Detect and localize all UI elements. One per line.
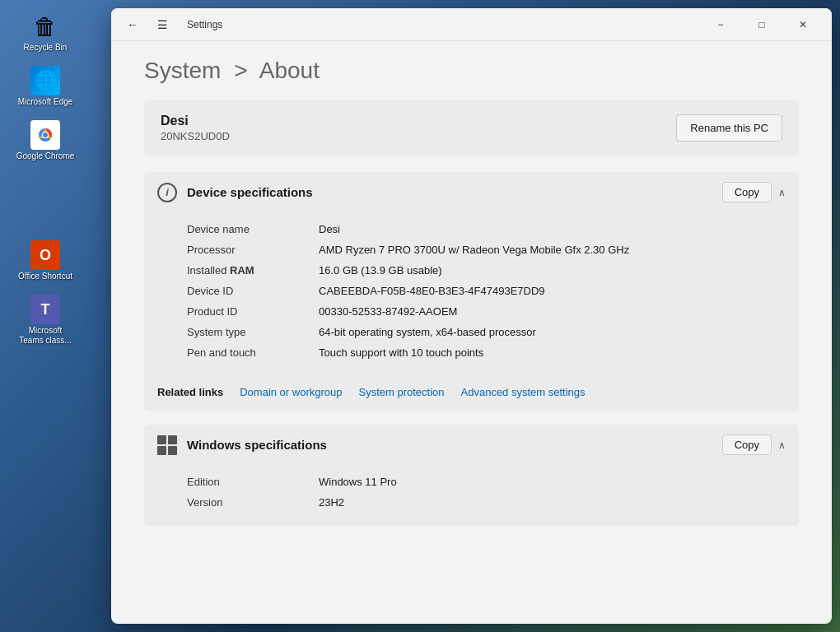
office-icon[interactable]: O Office Shortcut bbox=[12, 237, 78, 285]
recycle-bin-image: 🗑 bbox=[30, 12, 60, 41]
domain-workgroup-link[interactable]: Domain or workgroup bbox=[240, 386, 342, 398]
office-image: O bbox=[30, 240, 60, 270]
close-button[interactable]: ✕ bbox=[784, 12, 822, 38]
back-button[interactable]: ← bbox=[121, 13, 144, 36]
spec-label-processor: Processor bbox=[187, 244, 319, 256]
related-links-area: Related links Domain or workgroup System… bbox=[144, 376, 799, 411]
chrome-image bbox=[30, 120, 60, 150]
teams-image: T bbox=[30, 295, 60, 324]
teams-icon[interactable]: T Microsoft Teams class... bbox=[12, 291, 78, 349]
windows-specs-section: Windows specifications Copy ∧ Edition Wi… bbox=[144, 425, 799, 526]
advanced-settings-link[interactable]: Advanced system settings bbox=[461, 386, 586, 398]
edge-image: 🌐 bbox=[30, 66, 60, 95]
windows-specs-header[interactable]: Windows specifications Copy ∧ bbox=[144, 425, 799, 465]
recycle-bin-label: Recycle Bin bbox=[24, 43, 68, 53]
spec-label-device-name: Device name bbox=[187, 223, 319, 235]
spec-value-processor: AMD Ryzen 7 PRO 3700U w/ Radeon Vega Mob… bbox=[319, 244, 786, 256]
spec-label-device-id: Device ID bbox=[187, 285, 319, 297]
pc-name-section: Desi 20NKS2UD0D Rename this PC bbox=[144, 100, 799, 156]
spec-row-product-id: Product ID 00330-52533-87492-AAOEM bbox=[187, 301, 786, 322]
device-specs-section: i Device specifications Copy ∧ Device na… bbox=[144, 172, 799, 411]
device-specs-table: Device name Desi Processor AMD Ryzen 7 P… bbox=[144, 212, 799, 376]
windows-pane-2 bbox=[168, 435, 177, 444]
breadcrumb-arrow: > bbox=[234, 58, 247, 83]
spec-value-edition: Windows 11 Pro bbox=[319, 476, 786, 488]
chrome-icon[interactable]: Google Chrome bbox=[12, 117, 78, 165]
device-specs-header[interactable]: i Device specifications Copy ∧ bbox=[144, 172, 799, 212]
device-specs-actions: Copy ∧ bbox=[722, 182, 786, 202]
office-label: Office Shortcut bbox=[18, 272, 72, 281]
spec-value-device-id: CABEEBDA-F05B-48E0-B3E3-4F47493E7DD9 bbox=[319, 285, 786, 297]
spec-row-pen-touch: Pen and touch Touch support with 10 touc… bbox=[187, 342, 786, 363]
breadcrumb-parent: System bbox=[144, 58, 221, 83]
spec-row-version: Version 23H2 bbox=[187, 492, 786, 513]
settings-window: ← ☰ Settings − □ ✕ System > About Desi 2… bbox=[111, 8, 832, 624]
title-bar-controls: − □ ✕ bbox=[702, 12, 822, 38]
spec-label-edition: Edition bbox=[187, 476, 319, 488]
page-title: System > About bbox=[144, 58, 799, 84]
svg-point-3 bbox=[43, 132, 48, 137]
spec-value-ram: 16.0 GB (13.9 GB usable) bbox=[319, 264, 786, 276]
device-specs-chevron: ∧ bbox=[778, 187, 786, 198]
spec-row-system-type: System type 64-bit operating system, x64… bbox=[187, 322, 786, 342]
rename-pc-button[interactable]: Rename this PC bbox=[676, 114, 782, 142]
windows-specs-table: Edition Windows 11 Pro Version 23H2 bbox=[144, 465, 799, 526]
title-bar-nav: ← ☰ Settings bbox=[121, 13, 222, 36]
windows-pane-4 bbox=[168, 446, 177, 455]
windows-specs-chevron: ∧ bbox=[778, 439, 786, 451]
window-title: Settings bbox=[187, 19, 222, 30]
device-specs-title: Device specifications bbox=[187, 185, 313, 199]
spec-label-system-type: System type bbox=[187, 326, 319, 338]
spec-value-device-name: Desi bbox=[319, 223, 786, 235]
title-bar: ← ☰ Settings − □ ✕ bbox=[111, 8, 832, 41]
spec-value-product-id: 00330-52533-87492-AAOEM bbox=[319, 305, 786, 318]
windows-specs-header-left: Windows specifications bbox=[157, 435, 327, 455]
spec-row-ram: Installed RAM 16.0 GB (13.9 GB usable) bbox=[187, 260, 786, 281]
chrome-label: Google Chrome bbox=[16, 151, 75, 161]
content-area: System > About Desi 20NKS2UD0D Rename th… bbox=[111, 41, 832, 624]
spec-value-pen-touch: Touch support with 10 touch points bbox=[319, 346, 786, 359]
windows-pane-1 bbox=[157, 435, 166, 444]
minimize-button[interactable]: − bbox=[702, 12, 740, 38]
spec-row-device-name: Device name Desi bbox=[187, 219, 786, 239]
spec-label-ram: Installed RAM bbox=[187, 264, 319, 276]
device-specs-icon: i bbox=[157, 183, 177, 202]
pc-name-info: Desi 20NKS2UD0D bbox=[161, 114, 230, 142]
spec-row-processor: Processor AMD Ryzen 7 PRO 3700U w/ Radeo… bbox=[187, 239, 786, 260]
windows-specs-actions: Copy ∧ bbox=[722, 434, 786, 455]
recycle-bin-icon[interactable]: 🗑 Recycle Bin bbox=[12, 8, 78, 56]
spec-label-pen-touch: Pen and touch bbox=[187, 346, 319, 359]
menu-button[interactable]: ☰ bbox=[151, 13, 174, 36]
edge-icon[interactable]: 🌐 Microsoft Edge bbox=[12, 63, 78, 110]
desktop-icons-area: 🗑 Recycle Bin 🌐 Microsoft Edge Google Ch… bbox=[0, 0, 91, 632]
maximize-button[interactable]: □ bbox=[743, 12, 781, 38]
related-links-label: Related links bbox=[157, 386, 223, 398]
pc-name-display: Desi bbox=[161, 114, 230, 128]
spec-value-system-type: 64-bit operating system, x64-based proce… bbox=[319, 326, 786, 338]
windows-pane-3 bbox=[157, 446, 166, 455]
spec-value-version: 23H2 bbox=[319, 496, 786, 509]
spec-row-device-id: Device ID CABEEBDA-F05B-48E0-B3E3-4F4749… bbox=[187, 281, 786, 301]
spec-label-product-id: Product ID bbox=[187, 305, 319, 318]
device-specs-copy-button[interactable]: Copy bbox=[722, 182, 772, 202]
breadcrumb-current: About bbox=[259, 58, 320, 83]
spec-row-edition: Edition Windows 11 Pro bbox=[187, 472, 786, 492]
windows-specs-title: Windows specifications bbox=[187, 438, 327, 452]
device-specs-header-left: i Device specifications bbox=[157, 183, 313, 202]
edge-label: Microsoft Edge bbox=[18, 97, 73, 107]
spec-label-version: Version bbox=[187, 496, 319, 509]
windows-specs-copy-button[interactable]: Copy bbox=[722, 434, 772, 455]
teams-label: Microsoft Teams class... bbox=[16, 326, 75, 346]
pc-model-display: 20NKS2UD0D bbox=[161, 130, 230, 142]
windows-logo-icon bbox=[157, 435, 177, 455]
system-protection-link[interactable]: System protection bbox=[358, 386, 444, 398]
